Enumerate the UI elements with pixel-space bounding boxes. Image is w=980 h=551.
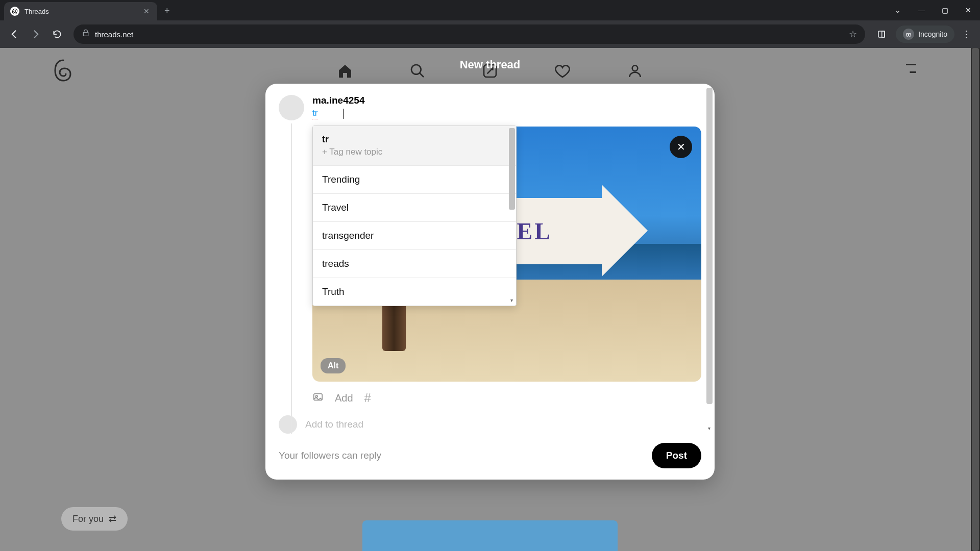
address-bar[interactable]: threads.net ☆	[74, 24, 865, 44]
add-label[interactable]: Add	[335, 392, 353, 404]
text-cursor-icon	[343, 109, 344, 119]
feed-switcher[interactable]: For you ⇄	[61, 507, 128, 531]
new-tab-button[interactable]: +	[164, 6, 170, 16]
compose-username: ma.ine4254	[312, 95, 701, 106]
incognito-icon	[903, 29, 914, 40]
tab-close-icon[interactable]: ✕	[142, 7, 151, 15]
tag-new-topic-label: + Tag new topic	[322, 147, 507, 157]
swap-icon: ⇄	[109, 513, 116, 524]
minimize-icon[interactable]: ―	[910, 0, 933, 20]
modal-scrollbar[interactable]: ▴ ▾	[705, 87, 713, 431]
topic-suggestion-item[interactable]: transgender	[313, 222, 516, 250]
modal-footer: Your followers can reply Post	[265, 434, 715, 470]
svg-point-3	[909, 34, 911, 36]
topic-suggestion-item[interactable]: Truth	[313, 278, 516, 306]
add-to-thread-label: Add to thread	[305, 419, 363, 430]
forward-button[interactable]	[27, 25, 45, 43]
browser-toolbar: threads.net ☆ Incognito ⋮	[0, 20, 980, 48]
modal-title: New thread	[460, 58, 521, 71]
close-window-icon[interactable]: ✕	[957, 0, 980, 20]
browser-menu-icon[interactable]: ⋮	[958, 29, 975, 40]
avatar	[279, 415, 297, 434]
new-thread-modal: ma.ine4254 tr ✕ RAVEL	[265, 84, 715, 480]
maximize-icon[interactable]: ▢	[933, 0, 957, 20]
compose-actions: Add #	[312, 391, 701, 405]
add-to-thread-row[interactable]: Add to thread	[279, 415, 701, 434]
bookmark-star-icon[interactable]: ☆	[849, 29, 857, 40]
lock-icon	[82, 29, 90, 39]
topic-input[interactable]: tr	[312, 106, 701, 119]
browser-tab[interactable]: @ Threads ✕	[4, 2, 157, 20]
add-topic-icon[interactable]: #	[364, 391, 371, 405]
attach-media-icon[interactable]	[312, 391, 324, 405]
browser-titlebar: @ Threads ✕ + ⌄ ― ▢ ✕	[0, 0, 980, 20]
extensions-icon[interactable]	[872, 25, 891, 43]
url-text: threads.net	[95, 30, 844, 39]
tab-title: Threads	[24, 8, 137, 15]
alt-text-button[interactable]: Alt	[321, 358, 346, 373]
window-controls: ⌄ ― ▢ ✕	[886, 0, 980, 20]
post-button[interactable]: Post	[652, 443, 701, 468]
chevron-down-icon[interactable]: ⌄	[886, 0, 910, 20]
tab-favicon-icon: @	[10, 7, 19, 16]
reload-button[interactable]	[48, 25, 66, 43]
dropdown-scrollbar[interactable]: ▾	[508, 127, 515, 305]
back-button[interactable]	[5, 25, 23, 43]
remove-image-button[interactable]: ✕	[670, 136, 692, 158]
page-viewport: For you ⇄ New thread ma.ine4254 tr	[0, 48, 980, 551]
topic-typed-text: tr	[312, 108, 317, 119]
feed-image-peek	[362, 520, 618, 551]
topic-suggestion-item[interactable]: Trending	[313, 166, 516, 194]
avatar[interactable]	[279, 95, 304, 120]
topic-suggestion-item[interactable]: Travel	[313, 194, 516, 222]
topic-suggestion-new[interactable]: tr + Tag new topic	[313, 126, 516, 166]
feed-switcher-label: For you	[72, 514, 104, 524]
incognito-label: Incognito	[918, 30, 947, 38]
topic-suggestion-item[interactable]: treads	[313, 250, 516, 278]
close-icon: ✕	[677, 141, 685, 153]
page-scrollbar[interactable]	[971, 48, 980, 551]
incognito-badge[interactable]: Incognito	[896, 26, 954, 43]
topic-query: tr	[322, 134, 507, 145]
svg-rect-1	[882, 31, 885, 37]
reply-scope-selector[interactable]: Your followers can reply	[279, 450, 381, 461]
svg-point-2	[906, 34, 909, 36]
thread-line	[291, 123, 292, 434]
topic-suggestion-dropdown: tr + Tag new topic Trending Travel trans…	[312, 126, 517, 306]
